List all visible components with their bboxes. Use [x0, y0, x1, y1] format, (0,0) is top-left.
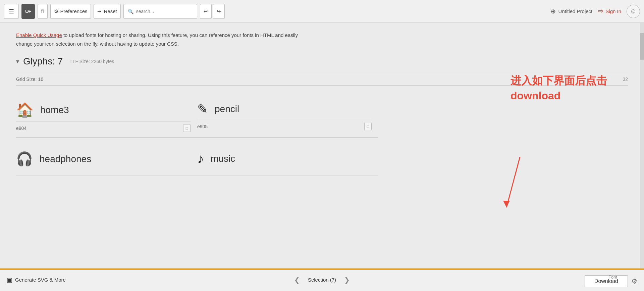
headphones-glyph: 🎧 [16, 151, 33, 167]
icon-item-home3: 🏠 home3 e904 □ [16, 95, 197, 138]
icon-item-header: 🏠 home3 [16, 102, 197, 118]
icon-item-headphones: 🎧 headphones [16, 144, 197, 176]
icon-item-header-music: ♪ music [197, 151, 378, 166]
generate-svg-icon: ▣ [7, 276, 12, 284]
collapse-chevron-icon[interactable]: ▾ [16, 58, 19, 65]
unicode-button[interactable]: U+ [21, 4, 35, 19]
redo-icon: ↪ [217, 8, 221, 14]
avatar-icon: ☺ [630, 7, 637, 15]
icon-item-pencil: ✎ pencil e905 □ [197, 95, 378, 138]
quick-usage-section: Enable Quick Usage to upload fonts for h… [16, 31, 301, 48]
icon-item-header-pencil: ✎ pencil [197, 102, 378, 116]
font-label: Font [608, 275, 617, 280]
reset-button[interactable]: ⇥ Reset [94, 4, 120, 19]
reset-label: Reset [104, 8, 117, 14]
home3-glyph: 🏠 [16, 102, 34, 118]
orange-progress-bar [0, 269, 644, 270]
grid-size-row: Grid Size: 16 32 [16, 73, 628, 86]
icon-item-music: ♪ music [197, 144, 378, 176]
scrollbar[interactable] [640, 23, 644, 268]
pencil-glyph: ✎ [197, 102, 208, 116]
glyphs-header: ▾ Glyphs: 7 TTF Size: 2260 bytes [16, 56, 628, 67]
icon-item-header-headphones: 🎧 headphones [16, 151, 197, 167]
sign-in-label: Sign In [605, 8, 621, 14]
prev-page-button[interactable]: ❮ [294, 276, 300, 284]
avatar-button[interactable]: ☺ [627, 5, 640, 18]
grid-size-label: Grid Size: 16 [16, 77, 43, 82]
music-glyph: ♪ [197, 151, 204, 166]
pencil-name: pencil [215, 104, 239, 114]
layers-icon: ⊕ [551, 8, 556, 15]
gear-icon: ⚙ [54, 8, 58, 14]
undo-redo-group: ↩ ↪ [200, 4, 225, 19]
grid-size-value: 32 [623, 77, 628, 82]
sign-in-icon: ⇦ [598, 7, 603, 15]
home3-code: e904 [16, 126, 26, 131]
music-name: music [211, 153, 235, 164]
undo-icon: ↩ [204, 8, 208, 14]
generate-svg-label: Generate SVG & More [15, 277, 66, 283]
fi-label: fi [41, 8, 44, 14]
project-name[interactable]: ⊕ Untitled Project [551, 8, 593, 15]
project-name-label: Untitled Project [558, 8, 593, 14]
ttf-size-label: TTF Size: 2260 bytes [69, 59, 114, 64]
nav-right: ⊕ Untitled Project ⇦ Sign In ☺ [551, 5, 640, 18]
main-content: Enable Quick Usage to upload fonts for h… [0, 23, 644, 268]
search-box: 🔍 [123, 4, 197, 19]
annotation-arrow [486, 154, 547, 222]
reset-icon: ⇥ [97, 8, 102, 14]
copy-home3-button[interactable]: □ [183, 125, 191, 132]
undo-button[interactable]: ↩ [200, 4, 212, 19]
redo-button[interactable]: ↪ [213, 4, 225, 19]
download-button[interactable]: Download [585, 275, 628, 287]
search-icon: 🔍 [128, 9, 133, 14]
hamburger-menu-button[interactable]: ☰ [4, 4, 19, 19]
preferences-label: Preferences [60, 8, 88, 14]
preferences-button[interactable]: ⚙ Preferences [50, 4, 91, 19]
svg-marker-1 [503, 201, 510, 207]
fi-button[interactable]: fi [38, 4, 48, 19]
bottom-center: ❮ Selection (7) ❯ [217, 276, 427, 284]
icon-code-row-pencil: e905 □ [197, 120, 372, 130]
sign-in-button[interactable]: ⇦ Sign In [598, 7, 621, 15]
icon-grid: 🏠 home3 e904 □ ✎ pencil e905 □ 🎧 headp [16, 95, 378, 179]
hamburger-icon: ☰ [9, 8, 14, 15]
enable-quick-usage-link[interactable]: Enable Quick Usage [16, 32, 62, 38]
glyphs-title: Glyphs: 7 [23, 56, 63, 67]
next-page-button[interactable]: ❯ [344, 276, 350, 284]
svg-line-0 [506, 157, 520, 207]
search-input[interactable] [136, 9, 193, 14]
icon-code-row-home3: e904 □ [16, 122, 191, 132]
settings-gear-button[interactable]: ⚙ [631, 277, 637, 285]
copy-pencil-button[interactable]: □ [364, 123, 372, 130]
bottom-bar: ▣ Generate SVG & More ❮ Selection (7) ❯ … [0, 268, 644, 291]
unicode-label: U+ [25, 8, 31, 14]
headphones-name: headphones [40, 154, 91, 164]
generate-svg-button[interactable]: ▣ Generate SVG & More [0, 276, 217, 284]
bottom-right: Font Download ⚙ [427, 273, 644, 287]
pencil-code: e905 [197, 124, 208, 129]
navbar: ☰ U+ fi ⚙ Preferences ⇥ Reset 🔍 ↩ ↪ ⊕ Un… [0, 0, 644, 23]
selection-label: Selection (7) [308, 277, 336, 283]
home3-name: home3 [40, 105, 69, 115]
scrollbar-thumb[interactable] [640, 33, 644, 60]
